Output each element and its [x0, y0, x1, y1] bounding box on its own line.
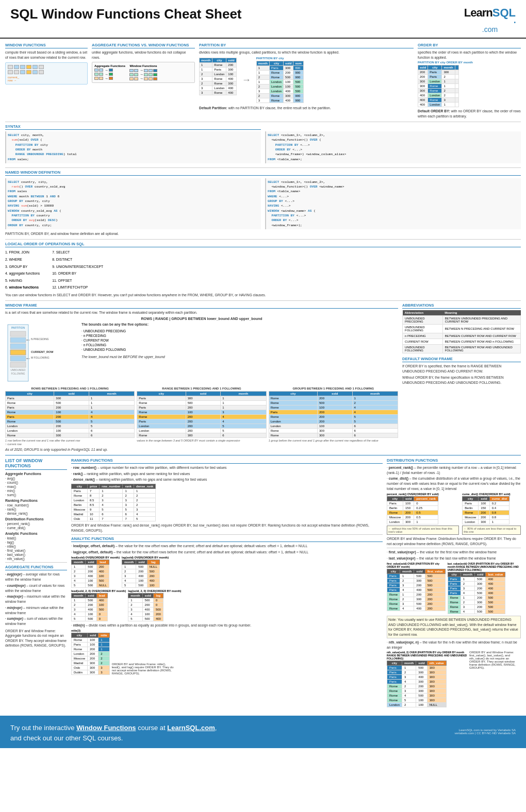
- lead-sold-2-0-table: lead(sold, 2, 0) OVER(ORDER BY month) mo…: [71, 589, 126, 621]
- abbrev-row4-key: CURRENT ROW: [403, 339, 443, 345]
- agg-min-desc: · min(expr) – minimum value within the w…: [5, 605, 67, 616]
- lag-sold-2-0-table: lag(sold, 2, 0) OVER(ORDER BY month) mon…: [128, 589, 181, 621]
- abbrev-row4-val: BETWEEN CURRENT ROW AND n FOLLOWING: [442, 339, 520, 345]
- fn-ntile: ntile(): [5, 544, 67, 548]
- orderby-section: ORDER BY specifies the order of rows in …: [418, 43, 521, 119]
- logical-col1: 1. FROM, JOIN2. WHERE3. GROUP BY4. aggre…: [5, 249, 40, 291]
- abbrev-row1-key: UNBOUNDED PRECEDING: [403, 316, 443, 325]
- logical-order-title: LOGICAL ORDER OF OPERATIONS IN SQL: [5, 242, 521, 247]
- fn-dense-rank: dense_rank(): [5, 511, 67, 515]
- agg-avg-desc: · avg(expr) – average value for rows wit…: [5, 572, 67, 582]
- dist-orderby-note: ORDER BY and Window Frame: Distribution …: [387, 536, 521, 546]
- last-value-table-wrap: last_value(sold) OVER (PARTITION BY city…: [448, 562, 521, 614]
- footer-text-before: Try out the interactive: [10, 724, 76, 732]
- range-between-table: citysoldmonth Paris3001 Rome5001 Paris20…: [137, 391, 266, 438]
- wf-svg: PARTITION N PRECEDING CURRENT_ROW M FOLL…: [5, 322, 77, 384]
- lag-table1-title: lag(sold) OVER(ORDER BY month): [122, 556, 169, 559]
- last-value-note: Note: You usually want to use RANGE BETW…: [387, 616, 521, 638]
- bound-2: n PRECEDING: [81, 333, 398, 338]
- first-value-table-wrap: first_value(sold) OVER (PARTITION BY cit…: [387, 562, 446, 614]
- orderby-default-title: Default ORDER BY:: [418, 109, 450, 113]
- footer-link-learnsql[interactable]: LearnSQL.com: [167, 724, 215, 732]
- header: SQL Window Functions Cheat Sheet LearnSQ…: [0, 0, 526, 39]
- logo-learn: Learn: [464, 6, 492, 19]
- ranking-title: RANKING FUNCTIONS: [71, 458, 383, 464]
- abbrev-row2-key: UNBOUNDED FOLLOWING: [403, 325, 443, 333]
- window-diagram: Window Functions →: [129, 64, 157, 80]
- agg-vs-window-title: AGGREGATE FUNCTIONS VS. WINDOW FUNCTIONS: [92, 43, 195, 48]
- window-frame-desc: is a set of rows that are somehow relate…: [5, 310, 398, 315]
- fn-percent-rank: percent_rank(): [5, 521, 67, 526]
- svg-rect-10: [10, 362, 26, 367]
- agg-fn-title: Aggregate Functions: [5, 472, 67, 476]
- window-frame-subtitle: ROWS | RANGE | GROUPS BETWEEN lower_boun…: [5, 317, 398, 320]
- rows-between-section: ROWS BETWEEN 1 PRECEDING AND 1 FOLLOWING…: [5, 387, 135, 446]
- bound-4: n FOLLOWING: [81, 343, 398, 347]
- logical-order-list: 1. FROM, JOIN2. WHERE3. GROUP BY4. aggre…: [5, 249, 521, 291]
- lag-table2-title: lag(sold, 2, 0) OVER(ORDER BY month): [128, 589, 181, 593]
- dist-tables-row: percent_rank() OVER(ORDER BY sold) citys…: [387, 493, 521, 535]
- frame-tables-row: ROWS BETWEEN 1 PRECEDING AND 1 FOLLOWING…: [5, 387, 398, 446]
- agg-max-desc: · max(expr) – maximum value within the w…: [5, 594, 67, 604]
- partition-section: PARTITION BY divides rows into multiple …: [199, 43, 414, 119]
- agg-orderby-note: ORDER BY and Window Frame: Aggregate fun…: [5, 629, 67, 648]
- abbreviations-section: ABBREVIATIONS Abbreviation Meaning UNBOU…: [402, 303, 521, 452]
- abbrev-table: Abbreviation Meaning UNBOUNDED PRECEDING…: [402, 310, 521, 353]
- dist-percent-desc: · percent_rank() – the percentile rankin…: [387, 465, 521, 475]
- named-window-note: PARTITION BY, ORDER BY, and window frame…: [5, 231, 521, 236]
- analytic-fn-title: Analytic Functions: [5, 532, 67, 535]
- agg-label: Aggregate Functions: [94, 64, 125, 67]
- nth-value-title: nth_value(sold, 2) OVER (PARTITION BY ci…: [387, 651, 467, 660]
- default-frame-title: DEFAULT WINDOW FRAME: [402, 357, 521, 362]
- th-rank: rank: [123, 484, 134, 488]
- bound-3: CURRENT ROW: [81, 338, 398, 343]
- bound-1: UNBOUNDED PRECEDING: [81, 329, 398, 333]
- page-title: SQL Window Functions Cheat Sheet: [10, 6, 242, 22]
- agg-fn-desc-title: AGGREGATE FUNCTIONS: [5, 565, 67, 570]
- wf-diagram: current_row →: [5, 62, 88, 84]
- top-row: WINDOW FUNCTIONS compute their result ba…: [5, 43, 521, 119]
- ntile-desc: · ntile(n) – divide rows within a partit…: [71, 623, 383, 628]
- abbrev-row2-val: BETWEEN N PRECEDING AND CURRENT ROW: [442, 325, 520, 333]
- list-wf-title: LIST OF WINDOW FUNCTIONS: [5, 458, 67, 470]
- th-city: city: [72, 484, 88, 488]
- syntax-code1: SELECT city, month, sum(sold) OVER ( PAR…: [5, 131, 261, 163]
- ranking-note: ORDER BY and Window Frame: rank() and de…: [71, 523, 383, 533]
- wf-diagram-label: [8, 65, 85, 74]
- named-window-title: Named Window Definition: [5, 170, 521, 176]
- th-row-number: row_number: [100, 484, 123, 488]
- fn-sum: sum(): [5, 493, 67, 497]
- agg-vs-window-section: AGGREGATE FUNCTIONS VS. WINDOW FUNCTIONS…: [92, 43, 195, 119]
- groups-between-table: citysoldmonth Rome2001 Rome5002 Rome1004…: [269, 391, 398, 438]
- footer-link-window-functions[interactable]: Window Functions: [76, 724, 136, 732]
- syntax-right: SELECT <column_1>, <column_2>, <window_f…: [265, 124, 521, 164]
- svg-text:CURRENT_ROW: CURRENT_ROW: [31, 350, 54, 353]
- footer-credit: LearnSQL.com is owned by Vertabelo SA ve…: [455, 729, 516, 735]
- window-frame-container: WINDOW FRAME is a set of rows that are s…: [5, 303, 521, 452]
- lag-table2: monthsoldlag 15000 22000 3400500 4100200…: [128, 593, 163, 621]
- bound-5: UNBOUNDED FOLLOWING: [81, 347, 398, 352]
- groups-title: GROUPS BETWEEN 1 PRECEDING AND 1 FOLLOWI…: [269, 387, 398, 390]
- window-label: Window Functions: [129, 64, 157, 67]
- partition-default-note: Default Partition: with no PARTITION BY …: [199, 106, 414, 111]
- window-functions-title: WINDOW FUNCTIONS: [5, 43, 88, 48]
- syntax-row: SYNTAX SELECT city, month, sum(sold) OVE…: [5, 122, 521, 164]
- bottom-area: LIST OF WINDOW FUNCTIONS Aggregate Funct…: [5, 455, 521, 707]
- orderby-desc: specifies the order of rows in each part…: [418, 50, 521, 60]
- window-functions-desc: compute their result based on a sliding …: [5, 50, 88, 60]
- analytic-lead-desc: · lead(expr, offset, default) – the valu…: [71, 544, 383, 549]
- left-column: LIST OF WINDOW FUNCTIONS Aggregate Funct…: [5, 458, 67, 707]
- nth-value-desc: · nth_value(expr, n) – the value for the…: [387, 640, 521, 650]
- agg-sum-desc: · sum(expr) – sum of values within the w…: [5, 616, 67, 627]
- bounds-container: The bounds can be any the five options: …: [81, 322, 398, 385]
- rows-between-table: citysoldmonth Paris3001 Rome5001 Paris20…: [5, 391, 135, 438]
- center-column: RANKING FUNCTIONS · row_number() – uniqu…: [71, 458, 383, 707]
- named-window-right: SELECT <column_1>, <column_2>, <window_f…: [265, 177, 521, 230]
- cume-dist-table: citysoldcume_dist Paris1000.2 Berlin1500…: [462, 496, 509, 525]
- lower-bound-note: The lower_bound must be BEFORE the upper…: [81, 354, 398, 360]
- abbrev-row5-key: UNBOUNDED FOLLOWING: [403, 345, 443, 353]
- bounds-title: The bounds can be any the five options:: [81, 322, 398, 327]
- wf-diagram-row: PARTITION N PRECEDING CURRENT_ROW M FOLL…: [5, 322, 398, 385]
- lag-table1: monthsoldlag 1500NULL 2200500 3400200 41…: [122, 560, 160, 588]
- svg-text:UNBOUNDED: UNBOUNDED: [10, 369, 26, 371]
